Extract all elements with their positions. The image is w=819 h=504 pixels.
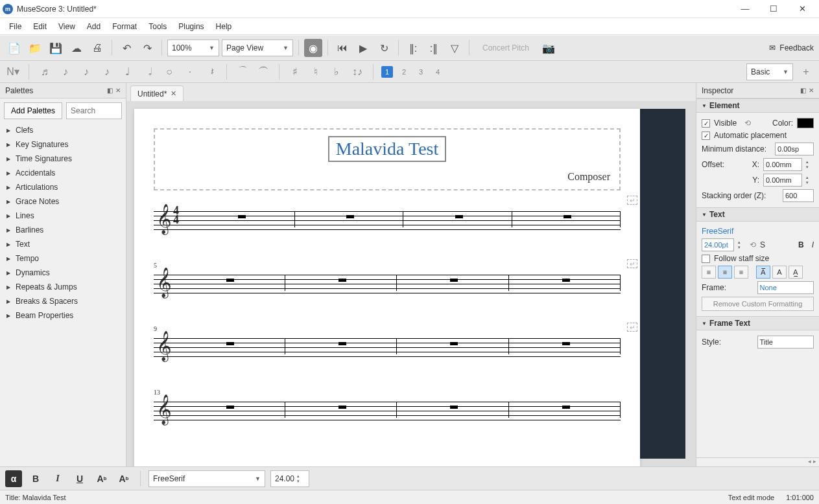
image-capture-icon[interactable]: ◉ bbox=[304, 39, 322, 57]
dot-icon[interactable]: · bbox=[182, 64, 198, 80]
palette-item[interactable]: ▶Accidentals bbox=[0, 166, 126, 180]
italic-button[interactable]: I bbox=[49, 470, 66, 487]
palette-item[interactable]: ▶Time Signatures bbox=[0, 152, 126, 166]
alpha-button[interactable]: α bbox=[5, 470, 22, 487]
print-icon[interactable]: 🖨 bbox=[88, 39, 106, 57]
valign-bottom-icon[interactable]: A̲ bbox=[789, 266, 803, 279]
note-quarter-icon[interactable]: ♩ bbox=[120, 64, 136, 80]
voice-2-button[interactable]: 2 bbox=[398, 66, 410, 78]
horizontal-scrollbar[interactable]: ◂ ▸ bbox=[696, 457, 819, 466]
rewind-icon[interactable]: ⏮ bbox=[333, 39, 351, 57]
align-center-icon[interactable]: ≡ bbox=[718, 266, 732, 279]
element-section-header[interactable]: ▼Element bbox=[696, 98, 819, 113]
cloud-icon[interactable]: ☁ bbox=[67, 39, 86, 57]
note-8th-icon[interactable]: ♪ bbox=[99, 64, 115, 80]
menu-add[interactable]: Add bbox=[83, 20, 104, 33]
remove-formatting-button[interactable]: Remove Custom Formatting bbox=[702, 297, 814, 311]
feedback-button[interactable]: ✉ Feedback bbox=[769, 43, 814, 52]
menu-edit[interactable]: Edit bbox=[29, 20, 51, 33]
palette-item[interactable]: ▶Lines bbox=[0, 209, 126, 223]
natural-icon[interactable]: ♮ bbox=[308, 64, 324, 80]
maximize-button[interactable]: ☐ bbox=[759, 0, 788, 18]
staff-system[interactable]: 𝄞 bbox=[154, 271, 621, 295]
visible-checkbox[interactable]: ✓ bbox=[702, 119, 710, 128]
font-family-combo[interactable]: FreeSerif▼ bbox=[148, 470, 265, 487]
palette-item[interactable]: ▶Clefs bbox=[0, 123, 126, 137]
close-panel-icon[interactable]: ✕ bbox=[809, 87, 814, 94]
autoplace-checkbox[interactable]: ✓ bbox=[702, 132, 710, 140]
undock-icon[interactable]: ◧ bbox=[800, 87, 806, 94]
align-right-icon[interactable]: ≡ bbox=[734, 266, 748, 279]
menu-tools[interactable]: Tools bbox=[145, 20, 171, 33]
bold-button[interactable]: B bbox=[27, 470, 44, 487]
slur-icon[interactable]: ⏜ bbox=[255, 64, 271, 80]
palette-item[interactable]: ▶Text bbox=[0, 237, 126, 251]
menu-format[interactable]: Format bbox=[108, 20, 141, 33]
play-icon[interactable]: ▶ bbox=[354, 39, 372, 57]
min-distance-input[interactable]: 0.00sp bbox=[775, 143, 814, 155]
palette-item[interactable]: ▶Repeats & Jumps bbox=[0, 280, 126, 294]
palette-item[interactable]: ▶Key Signatures bbox=[0, 137, 126, 152]
add-workspace-icon[interactable]: + bbox=[798, 64, 814, 80]
superscript-button[interactable]: Ab bbox=[115, 470, 132, 487]
font-size-input[interactable]: 24.00▴▾ bbox=[270, 470, 309, 487]
zoom-combo[interactable]: 100%▼ bbox=[167, 40, 219, 56]
follow-staff-checkbox[interactable] bbox=[702, 255, 710, 263]
text-section-header[interactable]: ▼Text bbox=[696, 207, 819, 222]
offset-x-input[interactable]: 0.00mm bbox=[763, 158, 802, 171]
open-folder-icon[interactable]: 📁 bbox=[26, 39, 44, 57]
tie-icon[interactable]: ⌒ bbox=[235, 64, 250, 80]
font-size-input[interactable]: 24.00pt bbox=[702, 238, 734, 251]
menu-file[interactable]: File bbox=[5, 20, 25, 33]
staff-system[interactable]: 𝄞 bbox=[154, 334, 621, 359]
repeat-start-icon[interactable]: ‖: bbox=[404, 39, 422, 57]
subscript-button[interactable]: Ab bbox=[93, 470, 110, 487]
note-32nd-icon[interactable]: ♪ bbox=[58, 64, 73, 80]
flat-icon[interactable]: ♭ bbox=[329, 64, 344, 80]
menu-help[interactable]: Help bbox=[212, 20, 236, 33]
reset-icon[interactable]: ⟲ bbox=[750, 240, 756, 249]
concert-pitch-button[interactable]: Concert Pitch bbox=[475, 43, 537, 52]
note-64th-icon[interactable]: ♬ bbox=[37, 64, 53, 80]
add-palettes-button[interactable]: Add Palettes bbox=[4, 102, 62, 119]
sharp-icon[interactable]: ♯ bbox=[287, 64, 303, 80]
valign-top-icon[interactable]: A̅ bbox=[756, 266, 770, 279]
frame-text-section-header[interactable]: ▼Frame Text bbox=[696, 316, 819, 330]
font-family-combo[interactable]: FreeSerif bbox=[702, 227, 733, 236]
reset-icon[interactable]: ⟲ bbox=[744, 119, 751, 128]
frame-combo[interactable]: None bbox=[757, 281, 814, 294]
score-title[interactable]: Malavida Test bbox=[328, 136, 446, 162]
palette-item[interactable]: ▶Breaks & Spacers bbox=[0, 294, 126, 308]
repeat-end-icon[interactable]: :‖ bbox=[425, 39, 443, 57]
workspace-combo[interactable]: Basic▼ bbox=[746, 63, 793, 80]
offset-y-input[interactable]: 0.00mm bbox=[763, 174, 802, 187]
note-half-icon[interactable]: 𝅗𝅥 bbox=[141, 64, 156, 80]
camera-icon[interactable]: 📷 bbox=[540, 39, 558, 57]
new-file-icon[interactable]: 📄 bbox=[5, 39, 23, 57]
viewmode-combo[interactable]: Page View▼ bbox=[222, 40, 293, 56]
save-icon[interactable]: 💾 bbox=[47, 39, 65, 57]
redo-icon[interactable]: ↷ bbox=[138, 39, 156, 57]
title-frame[interactable]: Malavida Test Composer bbox=[154, 128, 621, 190]
close-tab-icon[interactable]: ✕ bbox=[171, 89, 176, 98]
close-button[interactable]: ✕ bbox=[788, 0, 816, 18]
metronome-icon[interactable]: ▽ bbox=[445, 39, 464, 57]
menu-view[interactable]: View bbox=[54, 20, 79, 33]
italic-button[interactable]: I bbox=[812, 240, 814, 249]
loop-icon[interactable]: ↻ bbox=[375, 39, 393, 57]
staff-system[interactable]: 𝄞 bbox=[154, 398, 621, 422]
voice-3-button[interactable]: 3 bbox=[415, 66, 427, 78]
score-canvas[interactable]: Malavida Test Composer ↵ 𝄞 44 ↵ 5 bbox=[126, 101, 696, 466]
color-picker[interactable] bbox=[797, 118, 814, 128]
style-s-button[interactable]: S bbox=[760, 240, 765, 249]
palette-item[interactable]: ▶Grace Notes bbox=[0, 194, 126, 209]
voice-1-button[interactable]: 1 bbox=[381, 66, 393, 78]
palette-item[interactable]: ▶Tempo bbox=[0, 251, 126, 266]
document-tab[interactable]: Untitled*✕ bbox=[130, 86, 184, 101]
valign-mid-icon[interactable]: A bbox=[772, 266, 787, 279]
flip-icon[interactable]: ↕♪ bbox=[350, 64, 365, 80]
minimize-button[interactable]: ― bbox=[731, 0, 759, 18]
underline-button[interactable]: U bbox=[71, 470, 88, 487]
rest-icon[interactable]: 𝄽 bbox=[203, 64, 219, 80]
palette-item[interactable]: ▶Articulations bbox=[0, 180, 126, 194]
